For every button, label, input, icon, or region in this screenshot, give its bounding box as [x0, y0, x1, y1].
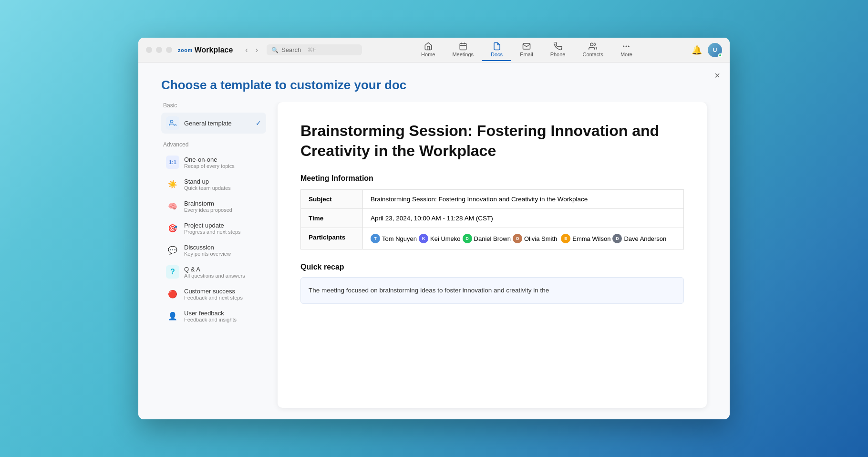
template-discussion[interactable]: 💬 Discussion Key points overview: [161, 239, 266, 260]
nav-docs-label: Docs: [491, 52, 503, 57]
close-dot[interactable]: [146, 47, 152, 53]
participant-avatar: D: [612, 234, 622, 243]
participant-avatar: K: [419, 234, 428, 243]
advanced-section-label: Advanced: [161, 141, 266, 148]
customer-success-desc: Feedback and next steps: [184, 295, 243, 301]
template-qa[interactable]: ? Q & A All questions and answers: [161, 261, 266, 282]
participant-olivia: O Olivia Smith: [513, 234, 557, 243]
participant-name: Dave Anderson: [624, 235, 666, 242]
user-feedback-text: User feedback Feedback and insights: [184, 310, 237, 322]
bell-icon[interactable]: 🔔: [692, 45, 702, 55]
brainstorm-icon: 🧠: [166, 199, 179, 213]
participants-value: T Tom Nguyen K Kei Umeko D: [363, 228, 684, 249]
nav-meetings-label: Meetings: [452, 52, 474, 57]
nav-meetings[interactable]: Meetings: [444, 39, 482, 61]
forward-button[interactable]: ›: [253, 45, 261, 55]
user-feedback-icon: 👤: [166, 309, 179, 322]
svg-point-5: [623, 46, 624, 47]
participant-daniel: D Daniel Brown: [463, 234, 511, 243]
participant-avatar: T: [371, 234, 380, 243]
participant-dave: D Dave Anderson: [612, 234, 666, 243]
search-bar[interactable]: 🔍 Search ⌘F: [267, 44, 362, 55]
brainstorm-desc: Every idea proposed: [184, 207, 232, 213]
standup-name: Stand up: [184, 178, 231, 185]
svg-point-6: [626, 46, 627, 47]
meeting-info-table: Subject Brainstorming Session: Fostering…: [300, 189, 684, 249]
template-project-update[interactable]: 🎯 Project update Progress and next steps: [161, 218, 266, 239]
participant-name: Kei Umeko: [430, 235, 461, 242]
participant-name: Olivia Smith: [524, 235, 557, 242]
preview-area: Brainstorming Session: Fostering Innovat…: [278, 102, 707, 408]
participant-avatar: D: [463, 234, 472, 243]
project-update-text: Project update Progress and next steps: [184, 222, 241, 235]
modal-body: Basic General template ✓ Advanced: [138, 102, 730, 419]
quick-recap-header: Quick recap: [300, 263, 684, 271]
participants-list: T Tom Nguyen K Kei Umeko D: [371, 234, 676, 243]
subject-label: Subject: [301, 190, 363, 209]
avatar[interactable]: U: [708, 43, 722, 57]
participant-name: Emma Wilson: [572, 235, 610, 242]
modal-title: Choose a template to customize your doc: [161, 78, 707, 93]
zoom-logo: zoom Workplace: [178, 46, 233, 54]
nav-contacts[interactable]: Contacts: [574, 39, 611, 61]
nav-email[interactable]: Email: [511, 39, 542, 61]
discussion-name: Discussion: [184, 244, 231, 251]
participant-tom: T Tom Nguyen: [371, 234, 417, 243]
search-icon: 🔍: [271, 47, 279, 53]
project-update-name: Project update: [184, 222, 241, 229]
back-button[interactable]: ‹: [242, 45, 250, 55]
general-name: General template: [184, 120, 232, 127]
titlebar: zoom Workplace ‹ › 🔍 Search ⌘F Home Meet…: [138, 38, 730, 62]
discussion-icon: 💬: [166, 243, 179, 257]
workplace-text: Workplace: [195, 46, 233, 54]
svg-point-4: [590, 43, 593, 46]
template-customer-success[interactable]: 🔴 Customer success Feedback and next ste…: [161, 283, 266, 304]
nav-email-label: Email: [520, 52, 533, 57]
nav-home[interactable]: Home: [413, 39, 444, 61]
minimize-dot[interactable]: [156, 47, 162, 53]
participant-emma: E Emma Wilson: [561, 234, 610, 243]
project-update-desc: Progress and next steps: [184, 229, 241, 235]
participants-label: Participants: [301, 228, 363, 249]
participant-kei: K Kei Umeko: [419, 234, 461, 243]
qa-text: Q & A All questions and answers: [184, 266, 245, 279]
search-shortcut: ⌘F: [308, 47, 316, 53]
customer-success-name: Customer success: [184, 288, 243, 295]
nav-docs[interactable]: Docs: [482, 39, 511, 61]
maximize-dot[interactable]: [166, 47, 172, 53]
participant-avatar: O: [513, 234, 522, 243]
customer-success-text: Customer success Feedback and next steps: [184, 288, 243, 301]
one-on-one-name: One-on-one: [184, 156, 235, 163]
qa-desc: All questions and answers: [184, 273, 245, 279]
recap-box: The meeting focused on brainstorming ide…: [300, 277, 684, 304]
nav-phone-label: Phone: [550, 52, 566, 57]
nav-more[interactable]: More: [612, 39, 641, 61]
meeting-info-header: Meeting Information: [300, 174, 684, 183]
template-general[interactable]: General template ✓: [161, 113, 266, 134]
selected-check: ✓: [256, 119, 261, 127]
time-label: Time: [301, 209, 363, 228]
modal-area: × Choose a template to customize your do…: [138, 62, 730, 419]
nav-arrows: ‹ ›: [242, 45, 261, 55]
avatar-initials: U: [713, 47, 717, 53]
table-row-subject: Subject Brainstorming Session: Fostering…: [301, 190, 684, 209]
nav-phone[interactable]: Phone: [542, 39, 574, 61]
close-button[interactable]: ×: [714, 70, 720, 81]
user-feedback-name: User feedback: [184, 310, 237, 317]
modal-header: Choose a template to customize your doc: [138, 62, 730, 102]
svg-point-7: [629, 46, 630, 47]
one-on-one-text: One-on-one Recap of every topics: [184, 156, 235, 169]
general-icon: [166, 116, 179, 130]
avatar-online-dot: [718, 53, 722, 57]
template-user-feedback[interactable]: 👤 User feedback Feedback and insights: [161, 305, 266, 326]
template-standup[interactable]: ☀️ Stand up Quick team updates: [161, 174, 266, 195]
search-label: Search: [281, 46, 301, 53]
discussion-desc: Key points overview: [184, 251, 231, 257]
one-on-one-icon: 1:1: [166, 156, 179, 169]
template-brainstorm[interactable]: 🧠 Brainstorm Every idea proposed: [161, 196, 266, 217]
advanced-section: Advanced 1:1 One-on-one Recap of every t…: [161, 141, 266, 326]
template-one-on-one[interactable]: 1:1 One-on-one Recap of every topics: [161, 152, 266, 173]
recap-text: The meeting focused on brainstorming ide…: [309, 287, 549, 294]
general-text: General template: [184, 120, 232, 127]
nav-home-label: Home: [421, 52, 435, 57]
